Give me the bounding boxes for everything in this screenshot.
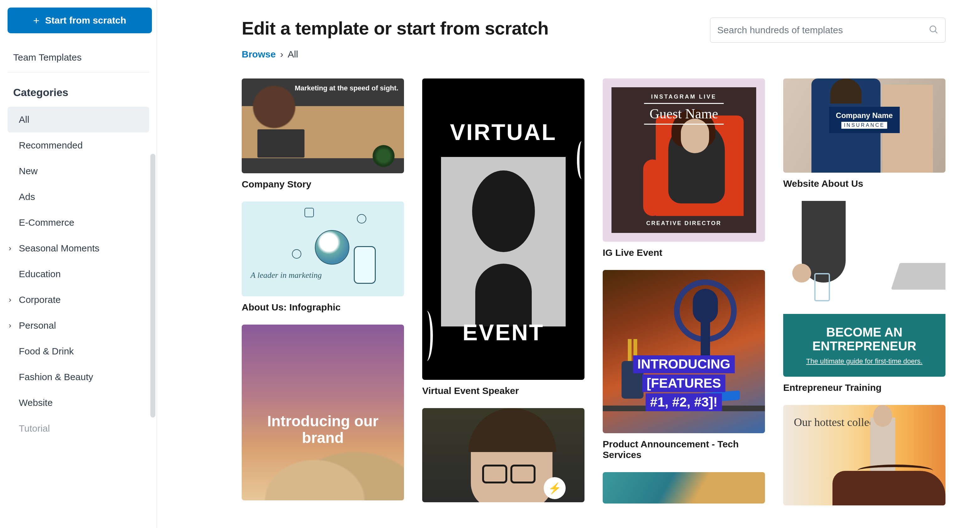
category-tutorial[interactable]: Tutorial bbox=[8, 416, 149, 441]
plus-icon: + bbox=[33, 15, 40, 26]
template-card-person-partial[interactable]: ⚡ bbox=[422, 408, 584, 502]
template-label: IG Live Event bbox=[603, 247, 765, 258]
chevron-right-icon: › bbox=[280, 49, 283, 60]
grid-column: Marketing at the speed of sight. Company… bbox=[242, 78, 404, 506]
template-card-website-about[interactable]: Company Name INSURANCE Website About Us bbox=[783, 78, 945, 189]
sidebar-divider bbox=[8, 72, 149, 73]
chevron-right-icon: › bbox=[9, 321, 11, 330]
template-thumbnail: INTRODUCING [FEATURES #1, #2, #3]! bbox=[603, 270, 765, 433]
template-card-ig-live[interactable]: INSTAGRAM LIVE Guest Name CREATIVE DIREC… bbox=[603, 78, 765, 258]
template-search-input[interactable] bbox=[710, 17, 945, 43]
search-wrap bbox=[710, 17, 945, 43]
main-content: Edit a template or start from scratch Br… bbox=[157, 0, 980, 528]
template-card-wave-partial[interactable] bbox=[603, 472, 765, 504]
grid-column: INSTAGRAM LIVE Guest Name CREATIVE DIREC… bbox=[603, 78, 765, 506]
template-card-collection[interactable]: Our hottest collection bbox=[783, 405, 945, 506]
breadcrumb: Browse › All bbox=[242, 49, 945, 60]
search-icon bbox=[929, 24, 939, 36]
category-website[interactable]: Website bbox=[8, 390, 149, 416]
template-thumbnail bbox=[603, 472, 765, 504]
template-thumbnail: ⚡ bbox=[422, 408, 584, 502]
template-card-about-infographic[interactable]: A leader in marketing About Us: Infograp… bbox=[242, 202, 404, 313]
category-personal[interactable]: › Personal bbox=[8, 313, 149, 339]
sidebar-scrollbar[interactable] bbox=[150, 154, 155, 418]
start-from-scratch-label: Start from scratch bbox=[45, 15, 126, 26]
template-thumbnail: VIRTUAL EVENT bbox=[422, 78, 584, 380]
category-new[interactable]: New bbox=[8, 158, 149, 184]
chevron-right-icon: › bbox=[9, 244, 11, 253]
template-grid: Marketing at the speed of sight. Company… bbox=[242, 78, 945, 506]
category-education[interactable]: Education bbox=[8, 261, 149, 287]
template-label: Product Announcement - Tech Services bbox=[603, 439, 765, 460]
template-thumbnail: INSTAGRAM LIVE Guest Name CREATIVE DIREC… bbox=[603, 78, 765, 242]
lightning-icon: ⚡ bbox=[544, 477, 566, 499]
category-all[interactable]: All bbox=[8, 107, 149, 132]
sidebar: + Start from scratch Team Templates Cate… bbox=[0, 0, 157, 528]
template-label: Website About Us bbox=[783, 178, 945, 189]
category-corporate[interactable]: › Corporate bbox=[8, 287, 149, 313]
template-thumbnail: Marketing at the speed of sight. bbox=[242, 78, 404, 173]
template-label: Entrepreneur Training bbox=[783, 382, 945, 393]
template-thumbnail: Our hottest collection bbox=[783, 405, 945, 506]
grid-column: Company Name INSURANCE Website About Us bbox=[783, 78, 945, 506]
grid-column: VIRTUAL EVENT Virtual Event Speaker ⚡ bbox=[422, 78, 584, 506]
category-fashion-beauty[interactable]: Fashion & Beauty bbox=[8, 364, 149, 390]
template-label: About Us: Infographic bbox=[242, 302, 404, 313]
chevron-right-icon: › bbox=[9, 296, 11, 304]
template-thumbnail: BECOME AN ENTREPRENEUR The ultimate guid… bbox=[783, 201, 945, 377]
team-templates-link[interactable]: Team Templates bbox=[8, 44, 149, 71]
start-from-scratch-button[interactable]: + Start from scratch bbox=[8, 8, 152, 33]
category-ecommerce[interactable]: E-Commerce bbox=[8, 210, 149, 235]
svg-line-1 bbox=[935, 31, 937, 33]
breadcrumb-browse-link[interactable]: Browse bbox=[242, 49, 275, 60]
template-thumbnail: Company Name INSURANCE bbox=[783, 78, 945, 173]
category-seasonal-moments[interactable]: › Seasonal Moments bbox=[8, 235, 149, 261]
page-title: Edit a template or start from scratch bbox=[242, 17, 548, 39]
template-card-brand-intro[interactable]: Introducing our brand bbox=[242, 324, 404, 500]
template-label: Company Story bbox=[242, 179, 404, 189]
category-food-drink[interactable]: Food & Drink bbox=[8, 339, 149, 364]
template-thumbnail: Introducing our brand bbox=[242, 324, 404, 500]
svg-point-0 bbox=[930, 26, 936, 32]
breadcrumb-current: All bbox=[288, 49, 298, 60]
category-ads[interactable]: Ads bbox=[8, 184, 149, 210]
template-card-entrepreneur[interactable]: BECOME AN ENTREPRENEUR The ultimate guid… bbox=[783, 201, 945, 393]
template-card-virtual-event[interactable]: VIRTUAL EVENT Virtual Event Speaker bbox=[422, 78, 584, 396]
category-recommended[interactable]: Recommended bbox=[8, 132, 149, 158]
categories-heading: Categories bbox=[8, 76, 149, 107]
template-card-product-announcement[interactable]: INTRODUCING [FEATURES #1, #2, #3]! Produ… bbox=[603, 270, 765, 460]
template-thumbnail: A leader in marketing bbox=[242, 202, 404, 296]
template-label: Virtual Event Speaker bbox=[422, 385, 584, 396]
template-card-company-story[interactable]: Marketing at the speed of sight. Company… bbox=[242, 78, 404, 189]
